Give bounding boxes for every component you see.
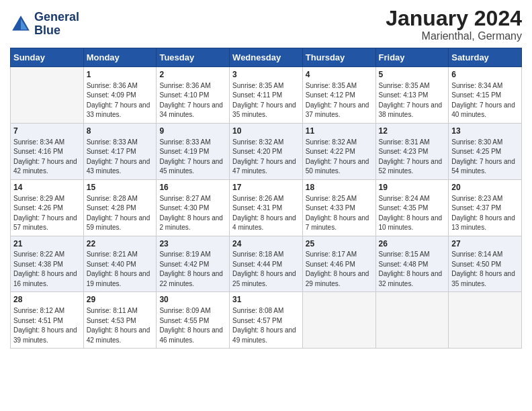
day-detail: Sunrise: 8:22 AMSunset: 4:38 PMDaylight:…	[13, 250, 81, 289]
calendar-week-row: 14Sunrise: 8:29 AMSunset: 4:26 PMDayligh…	[11, 179, 522, 236]
day-number: 10	[232, 126, 300, 137]
day-detail: Sunrise: 8:08 AMSunset: 4:57 PMDaylight:…	[232, 306, 300, 345]
calendar-cell: 16Sunrise: 8:27 AMSunset: 4:30 PMDayligh…	[157, 179, 230, 236]
day-detail: Sunrise: 8:35 AMSunset: 4:12 PMDaylight:…	[306, 81, 373, 120]
weekday-header-wednesday: Wednesday	[230, 48, 303, 67]
logo-icon	[10, 13, 32, 35]
calendar-cell: 27Sunrise: 8:14 AMSunset: 4:50 PMDayligh…	[449, 236, 522, 292]
location: Marienthal, Germany	[386, 30, 522, 42]
calendar-cell	[11, 67, 84, 124]
day-number: 14	[13, 182, 81, 193]
weekday-header-tuesday: Tuesday	[157, 48, 230, 67]
day-detail: Sunrise: 8:32 AMSunset: 4:22 PMDaylight:…	[306, 138, 373, 177]
calendar-cell: 20Sunrise: 8:23 AMSunset: 4:37 PMDayligh…	[449, 179, 522, 236]
day-number: 28	[13, 294, 81, 306]
day-number: 31	[232, 294, 300, 306]
day-detail: Sunrise: 8:34 AMSunset: 4:16 PMDaylight:…	[13, 138, 81, 177]
calendar-cell: 30Sunrise: 8:09 AMSunset: 4:55 PMDayligh…	[157, 292, 230, 349]
day-number: 26	[379, 238, 446, 250]
day-detail: Sunrise: 8:21 AMSunset: 4:40 PMDaylight:…	[87, 250, 154, 289]
day-number: 8	[87, 126, 154, 137]
day-number: 17	[232, 182, 300, 193]
day-detail: Sunrise: 8:35 AMSunset: 4:11 PMDaylight:…	[232, 81, 300, 120]
calendar-cell: 31Sunrise: 8:08 AMSunset: 4:57 PMDayligh…	[230, 292, 303, 349]
calendar-cell: 24Sunrise: 8:18 AMSunset: 4:44 PMDayligh…	[230, 236, 303, 292]
day-number: 23	[159, 238, 226, 250]
day-number: 30	[159, 294, 226, 306]
logo: General Blue	[10, 11, 79, 38]
day-number: 5	[379, 69, 446, 81]
day-number: 25	[306, 238, 373, 250]
day-detail: Sunrise: 8:29 AMSunset: 4:26 PMDaylight:…	[13, 194, 81, 233]
day-number: 16	[159, 182, 226, 193]
day-number: 7	[13, 126, 81, 137]
calendar-cell: 19Sunrise: 8:24 AMSunset: 4:35 PMDayligh…	[375, 179, 449, 236]
day-detail: Sunrise: 8:32 AMSunset: 4:20 PMDaylight:…	[232, 138, 300, 177]
calendar-cell: 22Sunrise: 8:21 AMSunset: 4:40 PMDayligh…	[83, 236, 157, 292]
day-detail: Sunrise: 8:11 AMSunset: 4:53 PMDaylight:…	[87, 306, 154, 345]
calendar-table: SundayMondayTuesdayWednesdayThursdayFrid…	[10, 48, 522, 349]
calendar-cell: 13Sunrise: 8:30 AMSunset: 4:25 PMDayligh…	[449, 123, 522, 179]
day-number: 11	[306, 126, 373, 137]
day-detail: Sunrise: 8:18 AMSunset: 4:44 PMDaylight:…	[232, 250, 300, 289]
day-detail: Sunrise: 8:27 AMSunset: 4:30 PMDaylight:…	[159, 194, 226, 233]
day-detail: Sunrise: 8:12 AMSunset: 4:51 PMDaylight:…	[13, 306, 81, 345]
header: General Blue January 2024 Marienthal, Ge…	[10, 7, 522, 42]
calendar-cell: 2Sunrise: 8:36 AMSunset: 4:10 PMDaylight…	[157, 67, 230, 124]
day-number: 4	[306, 69, 373, 81]
month-title: January 2024	[386, 7, 522, 30]
day-detail: Sunrise: 8:14 AMSunset: 4:50 PMDaylight:…	[451, 250, 519, 289]
day-number: 19	[379, 182, 446, 193]
calendar-cell: 6Sunrise: 8:34 AMSunset: 4:15 PMDaylight…	[449, 67, 522, 124]
calendar-cell: 14Sunrise: 8:29 AMSunset: 4:26 PMDayligh…	[11, 179, 84, 236]
day-number: 21	[13, 238, 81, 250]
title-block: January 2024 Marienthal, Germany	[386, 7, 522, 42]
day-detail: Sunrise: 8:33 AMSunset: 4:19 PMDaylight:…	[159, 138, 226, 177]
day-number: 15	[87, 182, 154, 193]
day-number: 3	[232, 69, 300, 81]
page: General Blue January 2024 Marienthal, Ge…	[0, 0, 532, 411]
calendar-cell	[449, 292, 522, 349]
day-detail: Sunrise: 8:26 AMSunset: 4:31 PMDaylight:…	[232, 194, 300, 233]
day-number: 18	[306, 182, 373, 193]
calendar-cell	[375, 292, 449, 349]
day-number: 24	[232, 238, 300, 250]
calendar-cell: 25Sunrise: 8:17 AMSunset: 4:46 PMDayligh…	[302, 236, 375, 292]
day-detail: Sunrise: 8:31 AMSunset: 4:23 PMDaylight:…	[379, 138, 446, 177]
day-detail: Sunrise: 8:33 AMSunset: 4:17 PMDaylight:…	[87, 138, 154, 177]
day-number: 13	[451, 126, 519, 137]
calendar-cell: 1Sunrise: 8:36 AMSunset: 4:09 PMDaylight…	[83, 67, 157, 124]
calendar-cell	[302, 292, 375, 349]
day-number: 1	[87, 69, 154, 81]
day-detail: Sunrise: 8:25 AMSunset: 4:33 PMDaylight:…	[306, 194, 373, 233]
calendar-cell: 12Sunrise: 8:31 AMSunset: 4:23 PMDayligh…	[375, 123, 449, 179]
weekday-header-saturday: Saturday	[449, 48, 522, 67]
day-detail: Sunrise: 8:23 AMSunset: 4:37 PMDaylight:…	[451, 194, 519, 233]
logo-text: General Blue	[34, 11, 79, 38]
day-number: 22	[87, 238, 154, 250]
day-detail: Sunrise: 8:19 AMSunset: 4:42 PMDaylight:…	[159, 250, 226, 289]
calendar-cell: 18Sunrise: 8:25 AMSunset: 4:33 PMDayligh…	[302, 179, 375, 236]
day-detail: Sunrise: 8:28 AMSunset: 4:28 PMDaylight:…	[87, 194, 154, 233]
calendar-cell: 11Sunrise: 8:32 AMSunset: 4:22 PMDayligh…	[302, 123, 375, 179]
calendar-cell: 3Sunrise: 8:35 AMSunset: 4:11 PMDaylight…	[230, 67, 303, 124]
calendar-cell: 28Sunrise: 8:12 AMSunset: 4:51 PMDayligh…	[11, 292, 84, 349]
calendar-cell: 10Sunrise: 8:32 AMSunset: 4:20 PMDayligh…	[230, 123, 303, 179]
day-detail: Sunrise: 8:15 AMSunset: 4:48 PMDaylight:…	[379, 250, 446, 289]
weekday-header-sunday: Sunday	[11, 48, 84, 67]
day-detail: Sunrise: 8:36 AMSunset: 4:10 PMDaylight:…	[159, 81, 226, 120]
day-number: 20	[451, 182, 519, 193]
calendar-week-row: 1Sunrise: 8:36 AMSunset: 4:09 PMDaylight…	[11, 67, 522, 124]
day-number: 9	[159, 126, 226, 137]
calendar-cell: 9Sunrise: 8:33 AMSunset: 4:19 PMDaylight…	[157, 123, 230, 179]
day-detail: Sunrise: 8:30 AMSunset: 4:25 PMDaylight:…	[451, 138, 519, 177]
day-number: 27	[451, 238, 519, 250]
day-number: 6	[451, 69, 519, 81]
weekday-header-monday: Monday	[83, 48, 157, 67]
weekday-header-thursday: Thursday	[302, 48, 375, 67]
weekday-header-friday: Friday	[375, 48, 449, 67]
calendar-cell: 5Sunrise: 8:35 AMSunset: 4:13 PMDaylight…	[375, 67, 449, 124]
day-detail: Sunrise: 8:24 AMSunset: 4:35 PMDaylight:…	[379, 194, 446, 233]
day-detail: Sunrise: 8:09 AMSunset: 4:55 PMDaylight:…	[159, 306, 226, 345]
day-detail: Sunrise: 8:36 AMSunset: 4:09 PMDaylight:…	[87, 81, 154, 120]
